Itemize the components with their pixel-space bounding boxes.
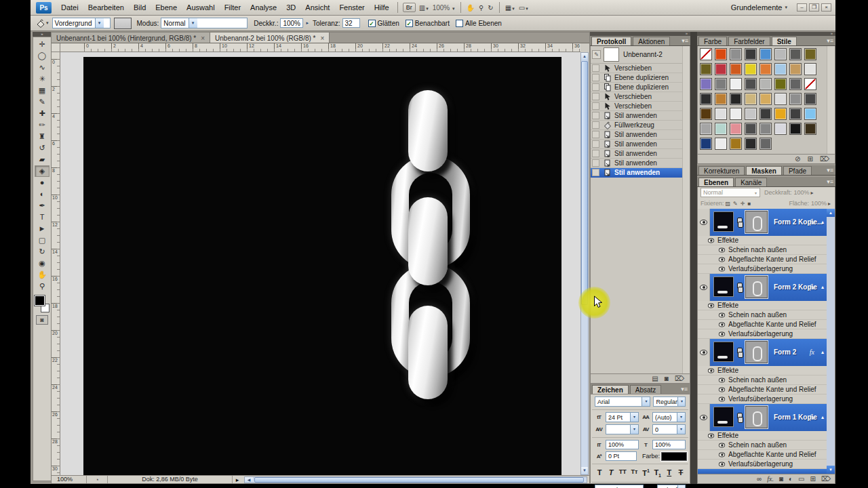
3d-rotate-tool[interactable]: ↻ — [35, 246, 50, 258]
layer-visibility-cell[interactable] — [698, 209, 710, 236]
effect-row-abgeflachte-kante-und-relief[interactable]: Abgeflachte Kante und Relief — [698, 320, 827, 329]
panel-menu-icon[interactable]: ▾≡ — [681, 386, 688, 392]
history-state-well[interactable] — [592, 93, 599, 100]
canvas[interactable] — [83, 57, 561, 475]
style-swatch[interactable] — [715, 63, 727, 75]
close-tab-icon[interactable]: × — [321, 35, 325, 42]
rotate-view-icon[interactable]: ↻ — [488, 4, 493, 12]
menu-bild[interactable]: Bild — [129, 3, 151, 12]
fill-value[interactable]: 100% — [811, 200, 827, 207]
history-state-well[interactable] — [592, 150, 599, 157]
history-row-verschieben[interactable]: Verschieben — [591, 64, 682, 73]
opacity-spinner-icon[interactable]: ▸ — [811, 190, 814, 196]
clear-style-icon[interactable]: ⊘ — [795, 155, 800, 163]
eye-icon[interactable] — [700, 415, 707, 420]
history-state-well[interactable] — [592, 64, 599, 72]
styles-tab-stile[interactable]: Stile — [772, 37, 797, 45]
hand-tool-icon[interactable]: ✋ — [467, 4, 475, 12]
eye-icon[interactable] — [719, 322, 725, 327]
no-style-swatch[interactable] — [700, 48, 712, 60]
history-state-well[interactable] — [592, 121, 599, 129]
effect-row-abgeflachte-kante-und-relief[interactable]: Abgeflachte Kante und Relief — [698, 450, 827, 460]
styles-tab-farbfelder[interactable]: Farbfelder — [728, 37, 770, 45]
style-swatch[interactable] — [745, 108, 757, 120]
eye-icon[interactable] — [719, 452, 725, 457]
eye-icon[interactable] — [719, 443, 725, 447]
vertical-scale-input[interactable]: 100% — [606, 440, 639, 449]
style-swatch[interactable] — [760, 78, 772, 90]
history-row-verschieben[interactable]: Verschieben — [591, 92, 682, 102]
style-swatch[interactable] — [804, 48, 816, 60]
baseline-shift-input[interactable]: 0 Pt — [606, 451, 637, 461]
history-brush-source-icon[interactable]: ✎ — [592, 50, 601, 59]
style-swatch[interactable] — [804, 123, 816, 135]
history-row-ebene-duplizieren[interactable]: Ebene duplizieren — [591, 83, 682, 92]
history-tab-aktionen[interactable]: Aktionen — [633, 37, 670, 45]
layer-thumbnail[interactable] — [714, 342, 733, 361]
history-state-well[interactable] — [592, 159, 599, 167]
menu-auswahl[interactable]: Auswahl — [182, 3, 220, 12]
menu-ebene[interactable]: Ebene — [151, 3, 182, 12]
strikethrough-button[interactable]: T — [676, 468, 686, 478]
history-brush-tool[interactable]: ↺ — [35, 142, 50, 154]
layer-style-icon[interactable]: fx. — [767, 474, 774, 483]
style-swatch[interactable] — [804, 93, 816, 105]
eye-icon[interactable] — [708, 368, 714, 373]
document-tab[interactable]: Unbenannt-1 bei 100% (Hintergrund, RGB/8… — [52, 33, 210, 43]
vertical-scrollbar[interactable]: ▲ ▼ — [580, 52, 589, 475]
status-menu-icon[interactable]: ▸ — [233, 476, 242, 483]
character-tab-absatz[interactable]: Absatz — [630, 385, 662, 394]
history-state-well[interactable] — [592, 74, 599, 81]
checkbox-box[interactable] — [456, 20, 463, 27]
leading-select[interactable]: (Auto)▾ — [652, 412, 686, 422]
style-swatch[interactable] — [700, 63, 712, 75]
layer-thumbnail[interactable] — [714, 407, 733, 426]
new-snapshot-icon[interactable]: ◙ — [665, 374, 669, 383]
bridge-button[interactable]: Br — [403, 3, 416, 12]
effect-row-schein-nach-außen[interactable]: Schein nach außen — [698, 310, 827, 320]
subscript-button[interactable]: T1 — [653, 468, 663, 478]
scroll-down-icon[interactable]: ▼ — [827, 466, 835, 474]
extras-icon[interactable]: ▦▾ — [505, 4, 515, 12]
style-swatch[interactable] — [700, 108, 712, 120]
lock-transparency-icon[interactable]: ▨ — [726, 201, 731, 207]
eye-icon[interactable] — [719, 312, 725, 317]
eye-icon[interactable] — [719, 462, 725, 466]
delete-layer-icon[interactable]: ⌦ — [821, 474, 831, 483]
style-swatch[interactable] — [789, 78, 802, 90]
pen-tool[interactable]: ✒ — [35, 200, 50, 211]
document-size-field[interactable]: Dok: 2,86 MB/0 Byte — [107, 476, 233, 483]
lock-move-icon[interactable]: ✛ — [741, 201, 745, 207]
scroll-left-icon[interactable]: ◀ — [245, 477, 253, 483]
new-document-from-state-icon[interactable]: ▤ — [652, 374, 658, 383]
layer-mask-thumbnail[interactable] — [745, 276, 768, 298]
history-row-stil-anwenden[interactable]: Stil anwenden — [591, 130, 682, 140]
dodge-tool[interactable]: ◐ — [35, 188, 50, 200]
status-zoom-field[interactable]: 100% — [52, 476, 87, 483]
magic-wand-tool[interactable]: ✳ — [35, 73, 50, 85]
layer-visibility-cell[interactable] — [698, 339, 710, 366]
history-row-verschieben[interactable]: Verschieben — [591, 102, 682, 111]
scroll-up-icon[interactable]: ▲ — [581, 53, 588, 60]
layer-mask-thumbnail[interactable] — [745, 406, 768, 428]
history-row-stil-anwenden[interactable]: Stil anwenden — [591, 111, 682, 121]
style-swatch[interactable] — [730, 123, 742, 135]
workspace-switcher[interactable]: Grundelemente▾ — [731, 3, 787, 12]
style-swatch[interactable] — [700, 138, 712, 150]
style-swatch[interactable] — [804, 63, 816, 75]
menu-analyse[interactable]: Analyse — [245, 3, 281, 12]
style-swatch[interactable] — [745, 93, 757, 105]
history-row-stil-anwenden[interactable]: Stil anwenden — [591, 149, 682, 159]
opacity-value[interactable]: 100% — [794, 189, 810, 196]
collapse-effects-icon[interactable]: ▴ — [821, 284, 824, 290]
vertical-scroll-thumb[interactable] — [581, 61, 588, 305]
style-swatch[interactable] — [715, 93, 727, 105]
lock-paint-icon[interactable]: ✎ — [733, 201, 738, 207]
menu-datei[interactable]: Datei — [56, 3, 83, 12]
style-swatch[interactable] — [745, 48, 757, 60]
menu-3d[interactable]: 3D — [281, 3, 300, 12]
blur-tool[interactable]: ● — [35, 177, 50, 188]
text-color-swatch[interactable] — [661, 452, 687, 461]
tolerance-input[interactable]: 32 — [342, 18, 360, 28]
delete-state-icon[interactable]: ⌦ — [675, 374, 684, 383]
